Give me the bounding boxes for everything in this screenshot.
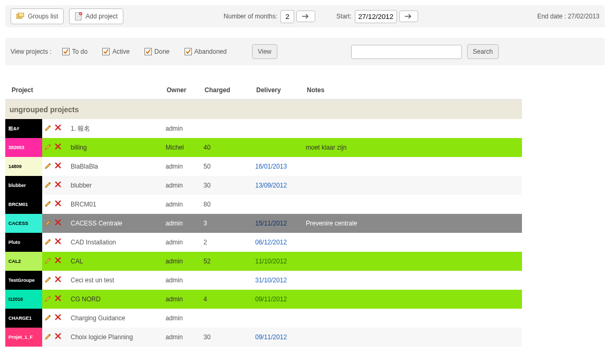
add-project-button[interactable]: Add project <box>69 8 123 24</box>
filter-todo-label: To do <box>72 48 88 55</box>
project-notes <box>304 309 522 328</box>
project-delivery[interactable]: 11/10/2012 <box>255 258 287 265</box>
delete-icon[interactable] <box>55 314 61 323</box>
top-toolbar: Groups list Add project Number of months… <box>5 5 605 27</box>
project-owner: admin <box>163 195 201 214</box>
table-row: BRCM01BRCM01admin80 <box>5 195 522 214</box>
project-tag: CHARGE1 <box>5 309 42 328</box>
months-go-button[interactable] <box>296 11 315 22</box>
edit-icon[interactable] <box>44 257 52 266</box>
edit-icon[interactable] <box>44 276 52 285</box>
table-row: PlutoCAD Installationadmin206/12/2012 <box>5 233 522 252</box>
search-input[interactable] <box>351 45 462 59</box>
filter-todo[interactable]: To do <box>62 48 88 55</box>
delete-icon[interactable] <box>55 333 61 342</box>
project-notes: Prevenire centrale <box>304 214 522 233</box>
table-row: 14809BlaBlaBlaadmin5016/01/2013 <box>5 157 522 176</box>
project-owner: admin <box>163 328 201 347</box>
project-notes <box>304 176 522 195</box>
search-button[interactable]: Search <box>467 44 499 59</box>
project-charged: 30 <box>201 176 253 195</box>
project-notes <box>304 119 522 138</box>
col-project: Project <box>12 86 33 94</box>
delete-icon[interactable] <box>55 219 61 228</box>
project-notes <box>304 252 522 271</box>
delete-icon[interactable] <box>55 238 61 247</box>
project-owner: admin <box>163 214 201 233</box>
edit-icon[interactable] <box>44 219 52 228</box>
delete-icon[interactable] <box>55 200 61 209</box>
checkbox-icon <box>185 48 192 55</box>
project-name[interactable]: CAL <box>69 252 163 271</box>
delete-icon[interactable] <box>55 162 61 171</box>
project-charged: 2 <box>201 233 253 252</box>
table-header: Project Owner Charged Delivery Notes <box>5 81 522 100</box>
delete-icon[interactable] <box>55 276 61 285</box>
project-name[interactable]: BlaBlaBla <box>69 157 163 176</box>
project-notes: moet klaar zijn <box>304 138 522 157</box>
months-label: Number of months: <box>224 13 277 20</box>
project-delivery[interactable]: 13/09/2012 <box>255 182 287 189</box>
project-charged: 52 <box>201 252 253 271</box>
project-delivery[interactable]: 31/10/2012 <box>255 277 287 284</box>
project-owner: admin <box>163 233 201 252</box>
view-projects-label: View projects : <box>11 48 52 55</box>
delete-icon[interactable] <box>55 181 61 190</box>
view-button[interactable]: View <box>252 44 277 59</box>
project-delivery[interactable]: 16/01/2013 <box>255 163 287 170</box>
edit-icon[interactable] <box>44 124 52 133</box>
edit-icon[interactable] <box>44 238 52 247</box>
delete-icon[interactable] <box>55 257 61 266</box>
project-name[interactable]: CAD Installation <box>69 233 163 252</box>
delete-icon[interactable] <box>55 124 61 133</box>
filter-abandoned[interactable]: Abandoned <box>185 48 227 55</box>
project-name[interactable]: BRCM01 <box>69 195 163 214</box>
project-notes <box>304 290 522 309</box>
projects-table: Project Owner Charged Delivery Notes ung… <box>5 81 522 347</box>
checkbox-icon <box>102 48 110 55</box>
edit-icon[interactable] <box>44 314 52 323</box>
folders-icon <box>16 13 25 20</box>
project-delivery[interactable]: 09/11/2012 <box>255 296 287 303</box>
project-tag: 382653 <box>5 138 42 157</box>
project-delivery[interactable]: 15/11/2012 <box>255 220 287 227</box>
edit-icon[interactable] <box>44 200 52 209</box>
project-tag: CACESS <box>5 214 42 233</box>
checkbox-icon <box>144 48 152 55</box>
project-name[interactable]: CG NORD <box>69 290 163 309</box>
groups-list-label: Groups list <box>28 13 58 20</box>
groups-list-button[interactable]: Groups list <box>11 8 64 24</box>
project-owner: admin <box>163 119 201 138</box>
col-owner: Owner <box>167 86 205 94</box>
filter-done-label: Done <box>154 48 170 55</box>
project-delivery[interactable]: 09/11/2012 <box>255 333 287 341</box>
edit-icon[interactable] <box>44 162 52 171</box>
project-tag: CAL2 <box>5 252 42 271</box>
filter-active[interactable]: Active <box>102 48 130 55</box>
project-tag: Pluto <box>5 233 42 252</box>
filter-done[interactable]: Done <box>144 48 170 55</box>
project-name[interactable]: 1. 報名 <box>69 119 163 138</box>
project-name[interactable]: Ceci est un test <box>69 271 163 290</box>
project-notes <box>304 271 522 290</box>
project-name[interactable]: billing <box>69 138 163 157</box>
project-notes <box>304 195 522 214</box>
start-go-button[interactable] <box>399 11 418 22</box>
delete-icon[interactable] <box>55 143 61 152</box>
start-date-input[interactable] <box>355 10 397 23</box>
edit-icon[interactable] <box>44 143 52 152</box>
project-tag: 租&# <box>5 119 42 138</box>
project-name[interactable]: Choix logicie Planning <box>69 328 163 347</box>
delete-icon[interactable] <box>55 295 61 304</box>
project-delivery[interactable]: 06/12/2012 <box>255 239 287 246</box>
project-name[interactable]: CACESS Centrale <box>69 214 163 233</box>
project-name[interactable]: blubber <box>69 176 163 195</box>
edit-icon[interactable] <box>44 295 52 304</box>
months-input[interactable] <box>280 10 294 23</box>
table-row: I12016CG NORDadmin409/11/2012 <box>5 290 522 309</box>
project-charged <box>201 119 253 138</box>
edit-icon[interactable] <box>44 333 52 342</box>
project-notes <box>304 157 522 176</box>
project-name[interactable]: Charging Guidance <box>69 309 163 328</box>
edit-icon[interactable] <box>44 181 52 190</box>
